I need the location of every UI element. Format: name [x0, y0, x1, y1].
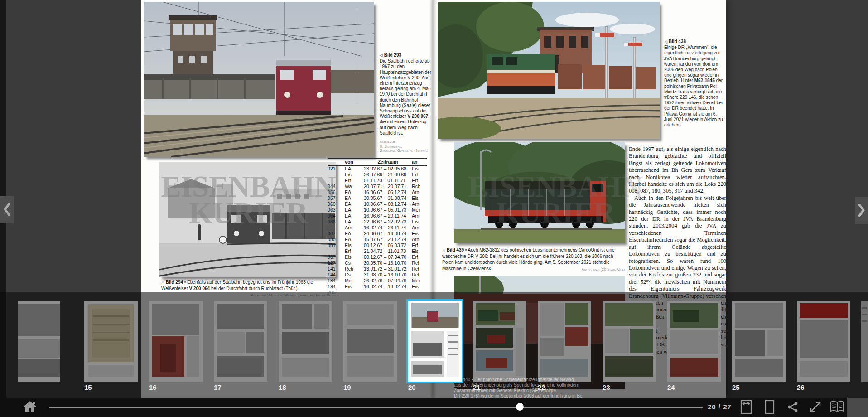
page-slider-thumb[interactable] [516, 403, 524, 411]
toc-button[interactable] [829, 400, 845, 414]
thumbnail-page-partial[interactable] [861, 301, 868, 382]
thumbnail-page-25[interactable] [732, 301, 786, 382]
photo-credit: Aufnahme: U. Schmidtke, Sammlung Gunter … [380, 140, 433, 153]
thumbnail-page-number: 17 [214, 383, 222, 391]
table-header: von Zeitraum an [328, 158, 427, 166]
thumbnail-page-17[interactable] [214, 301, 267, 382]
thumbnail-page-number: 25 [732, 383, 740, 391]
thumbnail-page-24[interactable] [667, 301, 721, 382]
page-indicator: 20 / 27 [708, 403, 732, 411]
thumbnail-page-number: 26 [797, 383, 805, 391]
thumbnail-page-23[interactable] [603, 301, 656, 382]
fullscreen-button[interactable] [809, 401, 822, 413]
table-row: 067EA24.06.67 – 16.08.74Eis [328, 231, 427, 237]
table-row: 066EA22.06.67 – 22.02.73Eis [328, 219, 427, 225]
triangle-up-icon: △ [442, 248, 445, 252]
share-icon [786, 401, 799, 413]
fit-width-icon [740, 400, 752, 414]
single-page-icon [765, 400, 775, 414]
table-row: 021EA23.02.67 – 02.05.68Eis [328, 166, 427, 172]
thumbnail-page-26[interactable] [797, 301, 850, 382]
thumbnail-page-20[interactable] [408, 301, 462, 382]
thumbnail-page-number: 18 [279, 383, 286, 391]
fullscreen-icon [809, 401, 822, 413]
thumbnail-page-21[interactable] [473, 301, 526, 382]
photo-bild293 [144, 2, 374, 157]
thumbnail-page-partial[interactable] [18, 301, 60, 382]
table-row: 141Rch13.01.72 – 31.01.72Rch [328, 266, 427, 272]
table-row: 060EA10.06.67 – 08.12.74Arn [328, 201, 427, 207]
thumbnail-page-number: 21 [473, 383, 481, 391]
thumbnail-page-number: 22 [538, 383, 545, 391]
previous-page-button[interactable] [0, 196, 14, 223]
chevron-left-icon [3, 203, 11, 218]
table-row: Erf21.04.72 – 11.01.73Eis [328, 248, 427, 254]
thumbnail-page-number: 20 [408, 383, 416, 391]
next-page-button[interactable] [855, 197, 868, 224]
triangle-up-icon: △ [161, 280, 164, 285]
table-row: 044Wa20.07.71 – 20.07.71Rch [328, 184, 427, 189]
table-row: 063EA10.06.67 – 05.01.73Mei [328, 207, 427, 213]
triangle-left-icon: ◁ [380, 53, 383, 58]
flipbook-viewer: ◁ Bild 293 Die Saalbahn gehörte ab 1967 … [0, 0, 868, 417]
table-row: 056EA16.06.67 – 05.12.74Arn [328, 189, 427, 195]
thumbnail-page-number: 24 [667, 383, 675, 391]
table-row: 144Cs31.08.70 – 16.10.70Rch [328, 272, 427, 278]
photo-bild438 [438, 2, 660, 139]
table-row: 081Eis00.12.67 – 06.03.72Erf [328, 242, 427, 248]
table-row: Erf01.11.70 – 01.11.71Erf [328, 178, 427, 184]
thumbnail-page-number: 23 [603, 383, 610, 391]
fit-width-button[interactable] [740, 400, 752, 414]
table-row: 184Mei26.02.76 – 07.04.76Mei [328, 278, 427, 284]
home-button[interactable] [23, 400, 37, 413]
caption-bild293: ◁ Bild 293 Die Saalbahn gehörte ab 1967 … [380, 53, 433, 153]
table-row: 064EA16.06.67 – 20.11.74Arn [328, 213, 427, 219]
caption-bild439: △ Bild 439 • Auch M62-1812 des polnische… [442, 247, 625, 272]
page-slider-track[interactable] [49, 407, 703, 408]
photo-bild294 [159, 162, 336, 277]
thumbnail-page-22[interactable] [538, 301, 591, 382]
photo-credit: Aufnahmen (2): Silvio Ohlt [582, 267, 625, 272]
table-row: 057EA30.05.67 – 31.08.74Eis [328, 195, 427, 201]
thumbnail-page-number: 15 [84, 383, 92, 391]
table-row: 080EA15.07.67 – 23.12.74Arn [328, 237, 427, 242]
chevron-right-icon [858, 204, 866, 218]
caption-bild438: ◁ Bild 438 Einige DR-„Wummen“, die eigen… [664, 39, 726, 128]
photo-bild439 [454, 142, 625, 243]
table-row: Arn16.02.74 – 26.11.74Arn [328, 225, 427, 231]
thumbnail-page-19[interactable] [343, 301, 397, 382]
thumbnail-page-number: 16 [149, 383, 157, 391]
thumbnail-page-16[interactable] [149, 301, 203, 382]
toc-book-icon [829, 400, 845, 414]
transfer-table: von Zeitraum an 021EA23.02.67 – 02.05.68… [328, 158, 427, 296]
table-row: 087Eis00.12.67 – 07.04.70Erf [328, 254, 427, 260]
thumbnail-page-15[interactable] [84, 301, 138, 382]
home-icon [23, 400, 37, 413]
share-button[interactable] [786, 401, 799, 413]
table-row: Eis26.07.69 – 21.09.69Erf [328, 172, 427, 178]
thumbnail-page-18[interactable] [279, 301, 332, 382]
toolbar-corner-block [847, 398, 868, 417]
table-row: 194Eis16.02.74 – 18.02.74Eis [328, 284, 427, 290]
triangle-left-icon: ◁ [664, 39, 667, 44]
thumbnail-page-number: 19 [343, 383, 351, 391]
single-page-view-button[interactable] [765, 400, 775, 414]
table-row: 127Cs30.05.70 – 16.10.70Rch [328, 260, 427, 266]
